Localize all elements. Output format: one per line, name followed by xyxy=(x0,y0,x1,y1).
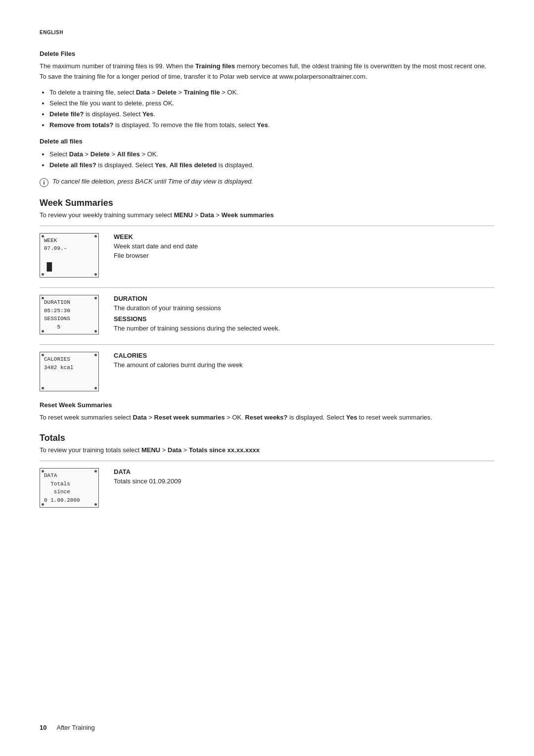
calories-device-row: CALORIES3482 kcal CALORIES The amount of… xyxy=(40,344,494,391)
week-summaries-intro: To review your weekly training summary s… xyxy=(40,210,494,221)
delete-files-title: Delete Files xyxy=(40,50,494,57)
calories-device-screen: CALORIES3482 kcal xyxy=(40,352,99,391)
totals-desc: DATA Totals since 01.09.2009 xyxy=(114,468,494,486)
reset-week-text: To reset week summaries select Data > Re… xyxy=(40,413,494,423)
duration-screen-text: DURATION05:25:30SESSIONS 5 xyxy=(44,298,94,331)
info-box: i To cancel file deletion, press BACK un… xyxy=(40,178,494,187)
reset-week-section: Reset Week Summaries To reset week summa… xyxy=(40,401,494,423)
delete-files-bullets: To delete a training file, select Data >… xyxy=(49,87,494,131)
list-item: Select the file you want to delete, pres… xyxy=(49,98,494,109)
info-icon: i xyxy=(40,178,48,187)
totals-desc-title: DATA xyxy=(114,468,494,475)
totals-screen-text: DATA Totals since0 1.09.2009 xyxy=(44,472,94,504)
delete-files-section: Delete Files The maximum number of train… xyxy=(40,50,494,187)
page-number: 10 xyxy=(40,724,46,731)
week-device-row: WEEK07.09.- ▐▌ WEEK Week start date and … xyxy=(40,226,494,278)
totals-title: Totals xyxy=(40,433,494,443)
totals-device-row: DATA Totals since0 1.09.2009 DATA Totals… xyxy=(40,461,494,508)
week-screen-text: WEEK07.09.- ▐▌ xyxy=(44,236,94,275)
list-item: Delete all files? is displayed. Select Y… xyxy=(49,160,494,171)
totals-device-screen: DATA Totals since0 1.09.2009 xyxy=(40,468,99,508)
sessions-desc-text: The number of training sessions during t… xyxy=(114,324,494,333)
delete-all-files-title: Delete all files xyxy=(40,138,494,145)
duration-device-screen: DURATION05:25:30SESSIONS 5 xyxy=(40,295,99,334)
week-summaries-section: Week Summaries To review your weekly tra… xyxy=(40,198,494,391)
footer-text: After Training xyxy=(56,724,94,731)
calories-desc: CALORIES The amount of calories burnt du… xyxy=(114,352,494,370)
duration-desc-title: DURATION xyxy=(114,295,494,302)
week-summaries-title: Week Summaries xyxy=(40,198,494,208)
list-item: Remove from totals? is displayed. To rem… xyxy=(49,120,494,131)
week-desc-title: WEEK xyxy=(114,233,494,240)
totals-desc-text: Totals since 01.09.2009 xyxy=(114,476,494,486)
week-device-screen: WEEK07.09.- ▐▌ xyxy=(40,233,99,278)
totals-intro: To review your training totals select ME… xyxy=(40,445,494,456)
list-item: Select Data > Delete > All files > OK. xyxy=(49,149,494,160)
list-item: Delete file? is displayed. Select Yes. xyxy=(49,109,494,120)
calories-screen-text: CALORIES3482 kcal xyxy=(44,355,94,372)
duration-device-row: DURATION05:25:30SESSIONS 5 DURATION The … xyxy=(40,287,494,334)
delete-files-intro: The maximum number of training files is … xyxy=(40,61,494,82)
duration-desc-text: The duration of your training sessions xyxy=(114,303,494,313)
reset-week-title: Reset Week Summaries xyxy=(40,401,494,409)
totals-section: Totals To review your training totals se… xyxy=(40,433,494,508)
sessions-desc-title: SESSIONS xyxy=(114,315,494,323)
info-text: To cancel file deletion, press BACK unti… xyxy=(52,178,253,185)
duration-desc: DURATION The duration of your training s… xyxy=(114,295,494,333)
calories-desc-title: CALORIES xyxy=(114,352,494,359)
week-desc: WEEK Week start date and end dateFile br… xyxy=(114,233,494,261)
page-footer: 10 After Training xyxy=(40,724,95,731)
list-item: To delete a training file, select Data >… xyxy=(49,87,494,98)
week-desc-text: Week start date and end dateFile browser xyxy=(114,241,494,261)
language-label: ENGLISH xyxy=(40,30,494,35)
calories-desc-text: The amount of calories burnt during the … xyxy=(114,360,494,370)
delete-all-bullets: Select Data > Delete > All files > OK. D… xyxy=(49,149,494,171)
